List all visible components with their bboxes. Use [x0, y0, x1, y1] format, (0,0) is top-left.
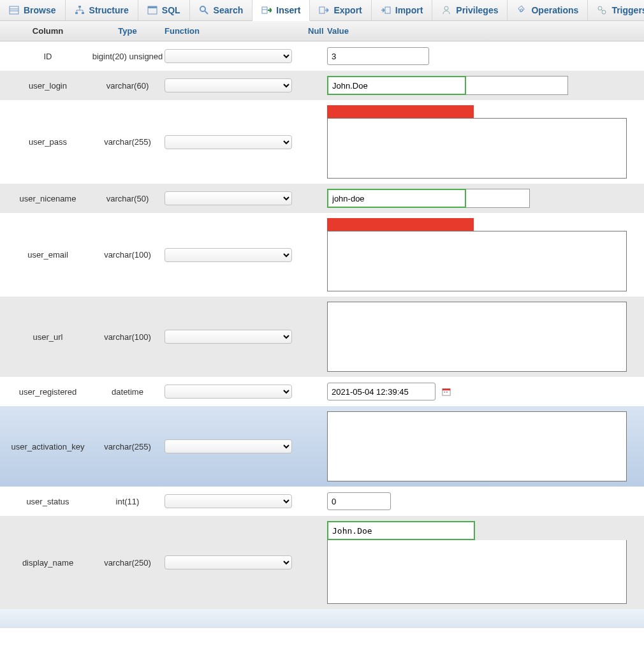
value-input-user_login[interactable]	[330, 78, 464, 92]
column-type: varchar(100)	[96, 213, 159, 297]
row-user_registered: user_registereddatetime	[0, 377, 644, 406]
svg-rect-21	[446, 392, 448, 393]
redacted-bar-user_email	[327, 218, 474, 231]
tab-operations[interactable]: Operations	[508, 0, 588, 20]
value-textarea-user_url[interactable]	[327, 302, 627, 372]
column-name: ID	[0, 41, 96, 71]
column-function	[159, 487, 303, 516]
value-input-user_registered[interactable]	[327, 383, 435, 400]
value-highlight-user_login	[327, 76, 466, 95]
function-select-user_pass[interactable]	[165, 135, 292, 149]
header-type: Type	[96, 21, 159, 41]
svg-rect-12	[319, 7, 325, 13]
tab-label: Import	[395, 5, 423, 15]
function-select-user_url[interactable]	[165, 330, 292, 344]
tab-label: SQL	[162, 5, 180, 15]
value-input-display_name[interactable]	[330, 524, 464, 538]
column-type: datetime	[96, 377, 159, 406]
column-null	[303, 213, 322, 297]
row-user_status: user_statusint(11)	[0, 487, 644, 516]
value-highlight-user_nicename	[327, 189, 466, 208]
import-icon	[381, 5, 391, 15]
tab-structure[interactable]: Structure	[66, 0, 138, 20]
tab-triggers[interactable]: Triggers	[588, 0, 644, 20]
function-select-user_registered[interactable]	[165, 385, 292, 399]
svg-rect-5	[82, 12, 84, 14]
column-name: user_status	[0, 487, 96, 516]
insert-grid: Column Type Function Null Value IDbigint…	[0, 21, 644, 609]
triggers-icon	[597, 5, 607, 15]
row-user_activation_key: user_activation_keyvarchar(255)	[0, 406, 644, 487]
value-textarea-user_email[interactable]	[327, 231, 627, 291]
column-null	[303, 377, 322, 406]
column-null	[303, 100, 322, 184]
value-input-user_nicename[interactable]	[330, 191, 464, 205]
tab-label: Browse	[24, 5, 56, 15]
column-name: user_activation_key	[0, 406, 96, 487]
row-user_pass: user_passvarchar(255)	[0, 100, 644, 184]
function-select-user_nicename[interactable]	[165, 191, 292, 205]
value-textarea-user_activation_key[interactable]	[327, 411, 627, 481]
row-ID: IDbigint(20) unsigned	[0, 41, 644, 71]
function-select-user_status[interactable]	[165, 494, 292, 508]
column-type: varchar(60)	[96, 71, 159, 100]
value-highlight-display_name	[327, 521, 475, 540]
value-extra-user_login[interactable]	[466, 76, 568, 95]
column-function	[159, 41, 303, 71]
svg-rect-13	[385, 7, 390, 13]
column-function	[159, 406, 303, 487]
value-textarea-user_pass[interactable]	[327, 118, 627, 179]
export-icon	[319, 5, 329, 15]
svg-rect-10	[262, 7, 267, 13]
svg-rect-19	[443, 389, 450, 391]
column-function	[159, 100, 303, 184]
tab-browse[interactable]: Browse	[0, 0, 66, 20]
function-select-user_login[interactable]	[165, 78, 292, 92]
function-select-user_email[interactable]	[165, 248, 292, 262]
header-column: Column	[0, 21, 96, 41]
tab-label: Insert	[276, 5, 300, 15]
column-name: user_url	[0, 297, 96, 377]
svg-line-9	[205, 11, 208, 14]
column-name: user_login	[0, 71, 96, 100]
structure-icon	[75, 5, 85, 15]
column-type: varchar(255)	[96, 406, 159, 487]
tab-label: Search	[214, 5, 244, 15]
function-select-ID[interactable]	[165, 49, 292, 63]
column-null	[303, 297, 322, 377]
function-select-display_name[interactable]	[165, 555, 292, 569]
column-type: int(11)	[96, 487, 159, 516]
function-select-user_activation_key[interactable]	[165, 439, 292, 453]
value-textarea-display_name[interactable]	[327, 540, 627, 604]
tab-import[interactable]: Import	[372, 0, 433, 20]
grid-header-row: Column Type Function Null Value	[0, 21, 644, 41]
tab-label: Export	[333, 5, 362, 15]
footer-bar	[0, 609, 644, 628]
column-function	[159, 184, 303, 213]
column-null	[303, 516, 322, 609]
svg-point-14	[444, 6, 448, 10]
svg-rect-20	[444, 392, 446, 393]
column-function	[159, 213, 303, 297]
column-function	[159, 71, 303, 100]
header-null: Null	[303, 21, 322, 41]
value-input-user_status[interactable]	[327, 492, 391, 510]
tab-insert[interactable]: Insert	[252, 0, 310, 21]
tab-label: Operations	[531, 5, 578, 15]
tab-privileges[interactable]: Privileges	[432, 0, 508, 20]
tab-search[interactable]: Search	[190, 0, 253, 20]
operations-icon	[516, 5, 527, 15]
column-name: user_nicename	[0, 184, 96, 213]
row-display_name: display_namevarchar(250)	[0, 516, 644, 609]
sql-icon	[147, 5, 157, 15]
value-extra-user_nicename[interactable]	[466, 189, 530, 208]
tab-export[interactable]: Export	[310, 0, 371, 20]
column-type: varchar(250)	[96, 516, 159, 609]
column-name: display_name	[0, 516, 96, 609]
column-type: bigint(20) unsigned	[96, 41, 159, 71]
value-input-ID[interactable]	[327, 47, 429, 65]
calendar-icon[interactable]	[442, 387, 451, 396]
browse-icon	[9, 5, 19, 15]
column-function	[159, 377, 303, 406]
tab-sql[interactable]: SQL	[138, 0, 190, 20]
